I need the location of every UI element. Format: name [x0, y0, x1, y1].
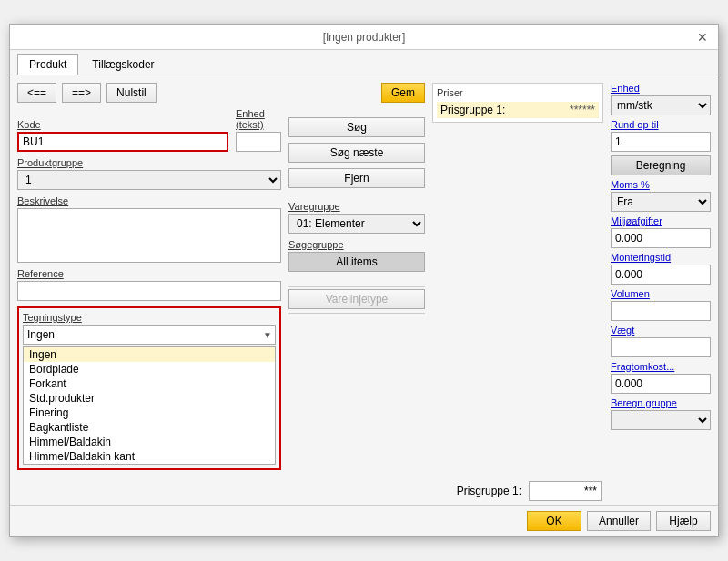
soeg-button[interactable]: Søg: [288, 117, 425, 137]
varegruppe-group: Varegruppe 01: Elementer: [288, 201, 425, 234]
tegntype-option-himmel-kant[interactable]: Himmel/Baldakin kant: [24, 449, 275, 464]
volumen-label: Volumen: [611, 288, 711, 299]
soegegruppe-label: Søgegruppe: [288, 239, 425, 250]
volumen-input[interactable]: [611, 301, 711, 321]
all-items-button[interactable]: All items: [288, 252, 425, 272]
dialog-title: [Ingen produkter]: [34, 31, 694, 44]
produktgruppe-group: Produktgruppe 1: [17, 157, 281, 190]
prev-button[interactable]: <==: [17, 83, 56, 103]
fragtomkost-input[interactable]: [611, 374, 711, 394]
price-value-1: ******: [570, 104, 595, 116]
miljoe-label: Miljøafgifter: [611, 215, 711, 226]
kode-label: Kode: [17, 119, 228, 130]
prices-title: Priser: [437, 87, 599, 98]
right-panel: Priser Prisgruppe 1: ******: [432, 83, 603, 470]
tegntype-option-himmel[interactable]: Himmel/Baldakin: [24, 435, 275, 449]
rund-op-input[interactable]: [611, 132, 711, 152]
beregn-gruppe-label: Beregn.gruppe: [611, 397, 711, 408]
dialog-footer: OK Annuller Hjælp: [10, 505, 718, 536]
ok-button[interactable]: OK: [527, 511, 581, 531]
tab-produkt[interactable]: Produkt: [17, 54, 78, 75]
miljoe-group: Miljøafgifter: [611, 215, 711, 248]
fragtomkost-group: Fragtomkost...: [611, 361, 711, 394]
tegntype-list: Ingen Bordplade Forkant Std.produkter Fi…: [23, 346, 276, 465]
produktgruppe-select[interactable]: 1: [17, 170, 281, 190]
bottom-section: Prisgruppe 1:: [10, 477, 718, 505]
rund-op-label: Rund op til: [611, 119, 711, 130]
varegruppe-dropdown[interactable]: 01: Elementer: [288, 214, 425, 234]
far-right-panel: Enhed mm/stk m2 stk lbm Rund op til Bere…: [611, 83, 711, 470]
dialog-body: <== ==> Nulstil Kode Enhed (tekst) Produ…: [10, 75, 718, 477]
soeg-naeste-button[interactable]: Søg næste: [288, 143, 425, 163]
produktgruppe-label: Produktgruppe: [17, 157, 281, 168]
tegntype-option-stdprodukter[interactable]: Std.produkter: [24, 391, 275, 406]
beskrivelse-group: Beskrivelse: [17, 195, 281, 263]
annuller-button[interactable]: Annuller: [587, 511, 651, 531]
enhed-tekst-group: Enhed (tekst): [236, 108, 281, 152]
montering-group: Monteringstid: [611, 252, 711, 285]
title-bar: [Ingen produkter] ✕: [10, 25, 718, 50]
hjaelp-button[interactable]: Hjælp: [656, 511, 711, 531]
main-dialog: [Ingen produkter] ✕ Produkt Tillægskoder…: [9, 24, 719, 537]
moms-select[interactable]: Fra 25%: [611, 192, 711, 212]
moms-group: Moms % Fra 25%: [611, 179, 711, 212]
tegntype-dropdown[interactable]: Ingen ▼: [23, 325, 276, 345]
prisgruppe-bottom-row: Prisgruppe 1:: [17, 481, 711, 501]
nulstil-button[interactable]: Nulstil: [106, 83, 157, 103]
beregning-button[interactable]: Beregning: [611, 155, 711, 175]
tegntype-option-forkant[interactable]: Forkant: [24, 376, 275, 391]
left-panel: <== ==> Nulstil Kode Enhed (tekst) Produ…: [17, 83, 281, 470]
vaegt-label: Vægt: [611, 325, 711, 336]
price-row-1: Prisgruppe 1: ******: [437, 102, 599, 118]
vaegt-input[interactable]: [611, 337, 711, 357]
enhed-far-select[interactable]: mm/stk m2 stk lbm: [611, 95, 711, 115]
volumen-group: Volumen: [611, 288, 711, 321]
kode-group: Kode: [17, 119, 228, 152]
produktgruppe-dropdown[interactable]: 1: [17, 170, 281, 190]
fjern-button[interactable]: Fjern: [288, 168, 425, 188]
price-label-1: Prisgruppe 1:: [440, 104, 570, 116]
beregn-gruppe-select[interactable]: [611, 410, 711, 430]
reference-label: Reference: [17, 268, 281, 279]
beregn-gruppe-dropdown[interactable]: [611, 410, 711, 430]
vaegt-group: Vægt: [611, 325, 711, 357]
gem-row: Gem: [288, 83, 425, 103]
prisgruppe-bottom-label: Prisgruppe 1:: [457, 485, 521, 497]
close-button[interactable]: ✕: [694, 29, 711, 45]
enhed-far-dropdown[interactable]: mm/stk m2 stk lbm: [611, 95, 711, 115]
tegntype-option-bagkantliste[interactable]: Bagkantliste: [24, 420, 275, 435]
enhed-tekst-input[interactable]: [236, 132, 281, 152]
tegntype-option-finering[interactable]: Finering: [24, 406, 275, 420]
prices-section: Priser Prisgruppe 1: ******: [432, 83, 603, 123]
tegntype-option-ingen[interactable]: Ingen: [24, 347, 275, 362]
tabs-bar: Produkt Tillægskoder: [10, 50, 718, 75]
varegruppe-select[interactable]: 01: Elementer: [288, 214, 425, 234]
enhed-group: Enhed mm/stk m2 stk lbm: [611, 83, 711, 115]
beskrivelse-label: Beskrivelse: [17, 195, 281, 206]
kode-input[interactable]: [17, 132, 228, 152]
varelinjetype-section: Varelinjetype: [288, 285, 425, 316]
varegruppe-label: Varegruppe: [288, 201, 425, 212]
tegntype-select[interactable]: Ingen: [23, 325, 276, 345]
tab-tillaegskoder[interactable]: Tillægskoder: [80, 54, 166, 75]
moms-label: Moms %: [611, 179, 711, 190]
beregn-gruppe-group: Beregn.gruppe: [611, 397, 711, 430]
gem-button[interactable]: Gem: [381, 83, 425, 103]
tegntype-option-bordplade[interactable]: Bordplade: [24, 362, 275, 376]
montering-input[interactable]: [611, 265, 711, 285]
prisgruppe-bottom-input[interactable]: [529, 481, 602, 501]
moms-dropdown[interactable]: Fra 25%: [611, 192, 711, 212]
kode-enhed-row: Kode Enhed (tekst): [17, 108, 281, 152]
next-button[interactable]: ==>: [62, 83, 101, 103]
miljoe-input[interactable]: [611, 228, 711, 248]
varelinjetype-button[interactable]: Varelinjetype: [288, 289, 425, 309]
enhed-far-label[interactable]: Enhed: [611, 83, 711, 94]
tegntype-group: Tegningstype Ingen ▼ Ingen Bordplade For…: [17, 306, 281, 470]
tegntype-label: Tegningstype: [23, 312, 276, 323]
reference-input[interactable]: [17, 281, 281, 301]
middle-panel: Gem Søg Søg næste Fjern Varegruppe 01: E…: [288, 83, 425, 470]
beskrivelse-input[interactable]: [17, 208, 281, 263]
reference-group: Reference: [17, 268, 281, 301]
rund-op-group: Rund op til: [611, 119, 711, 152]
montering-label: Monteringstid: [611, 252, 711, 263]
